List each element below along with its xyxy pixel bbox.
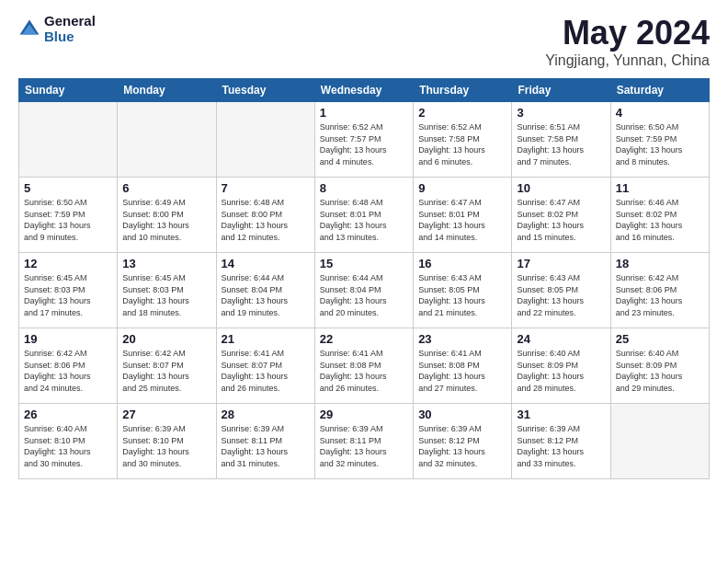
day-number: 16	[418, 257, 506, 270]
day-info: Sunrise: 6:45 AM Sunset: 8:03 PM Dayligh…	[122, 272, 210, 318]
day-number: 5	[24, 181, 112, 195]
page: General Blue May 2024 Yingjiang, Yunnan,…	[0, 0, 728, 563]
calendar-cell: 13Sunrise: 6:45 AM Sunset: 8:03 PM Dayli…	[118, 253, 216, 328]
day-info: Sunrise: 6:47 AM Sunset: 8:01 PM Dayligh…	[418, 197, 506, 243]
day-number: 6	[122, 181, 210, 195]
day-number: 28	[222, 408, 310, 421]
title-block: May 2024 Yingjiang, Yunnan, China	[545, 14, 710, 69]
calendar-cell: 7Sunrise: 6:48 AM Sunset: 8:00 PM Daylig…	[216, 178, 314, 253]
logo-text: General Blue	[44, 14, 96, 44]
day-number: 1	[320, 106, 408, 120]
logo-icon	[18, 18, 40, 40]
day-info: Sunrise: 6:40 AM Sunset: 8:09 PM Dayligh…	[517, 348, 605, 394]
weekday-header-thursday: Thursday	[414, 79, 512, 102]
day-info: Sunrise: 6:39 AM Sunset: 8:10 PM Dayligh…	[122, 423, 210, 469]
calendar-cell: 6Sunrise: 6:49 AM Sunset: 8:00 PM Daylig…	[118, 178, 216, 253]
day-number: 8	[320, 181, 408, 195]
calendar-cell: 22Sunrise: 6:41 AM Sunset: 8:08 PM Dayli…	[314, 328, 413, 404]
calendar-cell: 26Sunrise: 6:40 AM Sunset: 8:10 PM Dayli…	[19, 404, 118, 479]
calendar-cell	[216, 102, 314, 178]
calendar-cell: 24Sunrise: 6:40 AM Sunset: 8:09 PM Dayli…	[512, 328, 610, 404]
day-number: 25	[616, 332, 704, 346]
calendar-cell: 30Sunrise: 6:39 AM Sunset: 8:12 PM Dayli…	[414, 404, 512, 479]
day-number: 31	[517, 408, 605, 421]
calendar-cell: 5Sunrise: 6:50 AM Sunset: 7:59 PM Daylig…	[19, 178, 118, 253]
calendar-cell: 14Sunrise: 6:44 AM Sunset: 8:04 PM Dayli…	[216, 253, 314, 328]
calendar-cell	[610, 404, 709, 479]
day-number: 14	[222, 257, 310, 270]
calendar-cell: 16Sunrise: 6:43 AM Sunset: 8:05 PM Dayli…	[414, 253, 512, 328]
day-info: Sunrise: 6:44 AM Sunset: 8:04 PM Dayligh…	[320, 272, 408, 318]
day-info: Sunrise: 6:39 AM Sunset: 8:11 PM Dayligh…	[320, 423, 408, 469]
logo-blue: Blue	[44, 29, 96, 45]
day-number: 13	[122, 257, 210, 270]
calendar-cell: 2Sunrise: 6:52 AM Sunset: 7:58 PM Daylig…	[414, 102, 512, 178]
day-info: Sunrise: 6:50 AM Sunset: 7:59 PM Dayligh…	[616, 121, 704, 167]
day-number: 24	[517, 332, 605, 346]
day-info: Sunrise: 6:43 AM Sunset: 8:05 PM Dayligh…	[517, 272, 605, 318]
day-number: 4	[616, 106, 704, 120]
day-info: Sunrise: 6:47 AM Sunset: 8:02 PM Dayligh…	[517, 197, 605, 243]
calendar-cell: 31Sunrise: 6:39 AM Sunset: 8:12 PM Dayli…	[512, 404, 610, 479]
day-number: 11	[616, 181, 704, 195]
day-number: 7	[222, 181, 310, 195]
calendar-cell: 19Sunrise: 6:42 AM Sunset: 8:06 PM Dayli…	[19, 328, 118, 404]
day-info: Sunrise: 6:43 AM Sunset: 8:05 PM Dayligh…	[418, 272, 506, 318]
day-info: Sunrise: 6:52 AM Sunset: 7:58 PM Dayligh…	[418, 121, 506, 167]
day-info: Sunrise: 6:51 AM Sunset: 7:58 PM Dayligh…	[517, 121, 605, 167]
week-row-4: 26Sunrise: 6:40 AM Sunset: 8:10 PM Dayli…	[19, 404, 710, 479]
day-number: 27	[122, 408, 210, 421]
calendar-cell: 15Sunrise: 6:44 AM Sunset: 8:04 PM Dayli…	[314, 253, 413, 328]
calendar-cell: 18Sunrise: 6:42 AM Sunset: 8:06 PM Dayli…	[610, 253, 709, 328]
day-number: 30	[418, 408, 506, 421]
logo-general: General	[44, 14, 96, 29]
day-info: Sunrise: 6:48 AM Sunset: 8:01 PM Dayligh…	[320, 197, 408, 243]
calendar-cell: 10Sunrise: 6:47 AM Sunset: 8:02 PM Dayli…	[512, 178, 610, 253]
weekday-header-sunday: Sunday	[19, 79, 118, 102]
day-number: 17	[517, 257, 605, 270]
week-row-3: 19Sunrise: 6:42 AM Sunset: 8:06 PM Dayli…	[19, 328, 710, 404]
day-number: 19	[24, 332, 112, 346]
day-info: Sunrise: 6:41 AM Sunset: 8:08 PM Dayligh…	[418, 348, 506, 394]
calendar-cell: 23Sunrise: 6:41 AM Sunset: 8:08 PM Dayli…	[414, 328, 512, 404]
calendar-cell: 3Sunrise: 6:51 AM Sunset: 7:58 PM Daylig…	[512, 102, 610, 178]
calendar-cell: 28Sunrise: 6:39 AM Sunset: 8:11 PM Dayli…	[216, 404, 314, 479]
weekday-header-row: SundayMondayTuesdayWednesdayThursdayFrid…	[19, 79, 710, 102]
day-number: 10	[517, 181, 605, 195]
calendar-cell: 1Sunrise: 6:52 AM Sunset: 7:57 PM Daylig…	[314, 102, 413, 178]
day-info: Sunrise: 6:49 AM Sunset: 8:00 PM Dayligh…	[122, 197, 210, 243]
day-info: Sunrise: 6:40 AM Sunset: 8:09 PM Dayligh…	[616, 348, 704, 394]
calendar-cell	[19, 102, 118, 178]
week-row-2: 12Sunrise: 6:45 AM Sunset: 8:03 PM Dayli…	[19, 253, 710, 328]
day-info: Sunrise: 6:42 AM Sunset: 8:06 PM Dayligh…	[24, 348, 112, 394]
day-number: 9	[418, 181, 506, 195]
day-number: 21	[222, 332, 310, 346]
day-number: 22	[320, 332, 408, 346]
main-title: May 2024	[545, 14, 710, 52]
day-info: Sunrise: 6:44 AM Sunset: 8:04 PM Dayligh…	[222, 272, 310, 318]
weekday-header-saturday: Saturday	[610, 79, 709, 102]
calendar-cell: 29Sunrise: 6:39 AM Sunset: 8:11 PM Dayli…	[314, 404, 413, 479]
calendar-cell: 8Sunrise: 6:48 AM Sunset: 8:01 PM Daylig…	[314, 178, 413, 253]
weekday-header-friday: Friday	[512, 79, 610, 102]
day-info: Sunrise: 6:41 AM Sunset: 8:08 PM Dayligh…	[320, 348, 408, 394]
day-info: Sunrise: 6:48 AM Sunset: 8:00 PM Dayligh…	[222, 197, 310, 243]
subtitle: Yingjiang, Yunnan, China	[545, 52, 710, 69]
day-info: Sunrise: 6:39 AM Sunset: 8:12 PM Dayligh…	[418, 423, 506, 469]
header: General Blue May 2024 Yingjiang, Yunnan,…	[18, 14, 710, 69]
calendar-table: SundayMondayTuesdayWednesdayThursdayFrid…	[18, 78, 710, 479]
week-row-1: 5Sunrise: 6:50 AM Sunset: 7:59 PM Daylig…	[19, 178, 710, 253]
weekday-header-tuesday: Tuesday	[216, 79, 314, 102]
day-number: 18	[616, 257, 704, 270]
day-number: 2	[418, 106, 506, 120]
calendar-cell: 21Sunrise: 6:41 AM Sunset: 8:07 PM Dayli…	[216, 328, 314, 404]
day-info: Sunrise: 6:46 AM Sunset: 8:02 PM Dayligh…	[616, 197, 704, 243]
day-info: Sunrise: 6:39 AM Sunset: 8:11 PM Dayligh…	[222, 423, 310, 469]
calendar-cell: 27Sunrise: 6:39 AM Sunset: 8:10 PM Dayli…	[118, 404, 216, 479]
calendar-cell: 20Sunrise: 6:42 AM Sunset: 8:07 PM Dayli…	[118, 328, 216, 404]
day-number: 23	[418, 332, 506, 346]
weekday-header-monday: Monday	[118, 79, 216, 102]
calendar-cell: 12Sunrise: 6:45 AM Sunset: 8:03 PM Dayli…	[19, 253, 118, 328]
calendar-cell: 9Sunrise: 6:47 AM Sunset: 8:01 PM Daylig…	[414, 178, 512, 253]
day-info: Sunrise: 6:52 AM Sunset: 7:57 PM Dayligh…	[320, 121, 408, 167]
